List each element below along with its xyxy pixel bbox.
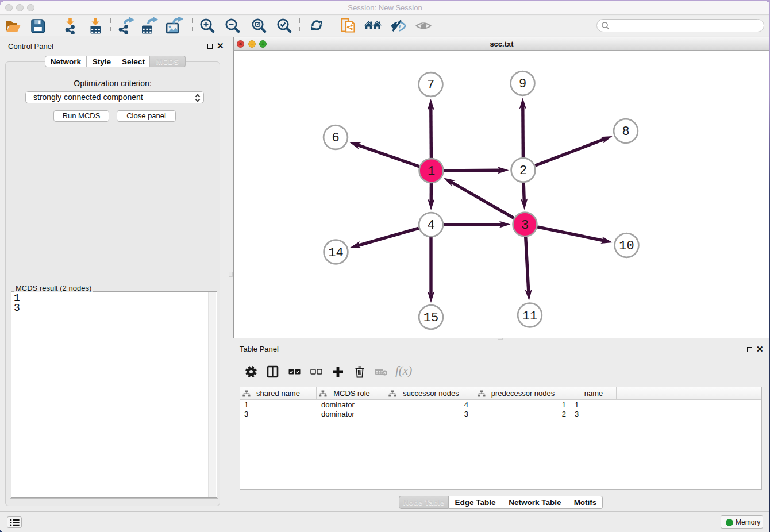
- svg-text:4: 4: [427, 218, 434, 233]
- svg-text:6: 6: [332, 131, 339, 145]
- svg-text:9: 9: [519, 77, 526, 91]
- svg-text:10: 10: [619, 239, 634, 253]
- svg-text:8: 8: [622, 125, 629, 139]
- svg-text:3: 3: [521, 218, 529, 233]
- svg-text:14: 14: [328, 246, 343, 260]
- svg-text:1: 1: [428, 164, 435, 179]
- svg-text:2: 2: [519, 164, 527, 178]
- svg-text:7: 7: [427, 78, 434, 92]
- svg-text:15: 15: [424, 311, 438, 325]
- svg-text:11: 11: [522, 309, 537, 323]
